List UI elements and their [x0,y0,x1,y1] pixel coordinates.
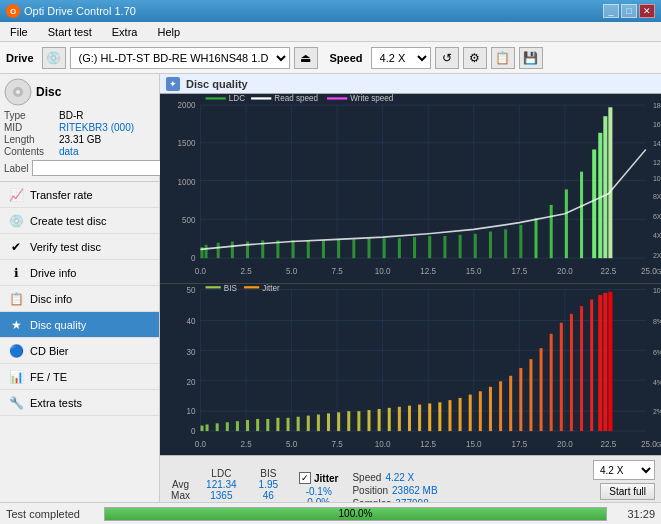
transfer-rate-label: Transfer rate [30,189,93,201]
svg-rect-129 [266,419,269,431]
svg-rect-128 [256,419,259,431]
svg-rect-125 [226,422,229,431]
refresh-button[interactable]: ↺ [435,47,459,69]
svg-text:7.5: 7.5 [331,265,343,275]
svg-rect-140 [378,409,381,431]
transfer-rate-icon: 📈 [8,187,24,203]
ldc-header: LDC [195,468,248,479]
cd-bier-label: CD Bier [30,345,69,357]
menu-file[interactable]: File [4,25,34,39]
svg-rect-138 [357,411,360,431]
svg-rect-62 [443,236,446,258]
svg-rect-142 [398,406,401,430]
time-text: 31:29 [615,508,655,520]
verify-test-disc-label: Verify test disc [30,241,101,253]
svg-rect-154 [519,368,522,431]
status-text: Test completed [6,508,96,520]
svg-text:12.5: 12.5 [420,265,436,275]
label-input[interactable] [32,160,165,176]
sidebar-item-transfer-rate[interactable]: 📈 Transfer rate [0,182,159,208]
svg-text:Jitter: Jitter [262,284,280,293]
settings-button[interactable]: ⚙ [463,47,487,69]
svg-text:10X: 10X [653,173,661,182]
svg-rect-141 [388,407,391,430]
content-area: ✦ Disc quality [160,74,661,524]
fe-te-icon: 📊 [8,369,24,385]
svg-text:2000: 2000 [177,100,195,110]
svg-text:40: 40 [186,315,195,325]
svg-rect-143 [408,405,411,430]
svg-rect-75 [608,107,612,258]
sidebar: Disc Type BD-R MID RITEKBR3 (000) Length… [0,74,160,524]
svg-rect-148 [459,397,462,430]
maximize-button[interactable]: □ [621,4,637,18]
svg-rect-63 [459,235,462,258]
svg-rect-59 [398,238,401,258]
svg-text:25.0: 25.0 [641,265,657,275]
disc-info-table: Type BD-R MID RITEKBR3 (000) Length 23.3… [4,110,155,177]
sidebar-item-disc-info[interactable]: 📋 Disc info [0,286,159,312]
svg-rect-70 [565,189,568,258]
disc-quality-header: ✦ Disc quality [160,74,661,94]
svg-text:10%: 10% [653,285,661,294]
progress-bar-text: 100.0% [105,508,606,520]
jitter-label: Jitter [314,473,338,484]
menu-start-test[interactable]: Start test [42,25,98,39]
sidebar-item-disc-quality[interactable]: ★ Disc quality [0,312,159,338]
svg-rect-153 [509,375,512,430]
copy-button[interactable]: 📋 [491,47,515,69]
svg-text:16X: 16X [653,120,661,129]
menu-help[interactable]: Help [151,25,186,39]
svg-text:0: 0 [191,426,196,436]
type-label: Type [4,110,59,121]
sidebar-item-cd-bier[interactable]: 🔵 CD Bier [0,338,159,364]
menu-extra[interactable]: Extra [106,25,144,39]
svg-text:6X: 6X [653,212,661,221]
sidebar-item-fe-te[interactable]: 📊 FE / TE [0,364,159,390]
speed-dropdown[interactable]: 4.2 X [593,460,655,480]
svg-rect-130 [276,417,279,430]
svg-rect-58 [383,238,386,258]
svg-text:2.5: 2.5 [240,438,252,448]
sidebar-item-create-test-disc[interactable]: 💿 Create test disc [0,208,159,234]
svg-text:GB: GB [656,266,661,275]
drive-select[interactable]: (G:) HL-DT-ST BD-RE WH16NS48 1.D3 [70,47,290,69]
title-bar: O Opti Drive Control 1.70 _ □ ✕ [0,0,661,22]
speed-select[interactable]: 4.2 X [371,47,431,69]
speed-value: 4.22 X [385,472,414,483]
sidebar-item-drive-info[interactable]: ℹ Drive info [0,260,159,286]
svg-text:500: 500 [182,214,196,224]
jitter-checkbox[interactable]: ✓ [299,472,311,484]
svg-text:15.0: 15.0 [466,265,482,275]
speed-label: Speed [330,52,363,64]
sidebar-item-verify-test-disc[interactable]: ✔ Verify test disc [0,234,159,260]
disc-info-icon: 📋 [8,291,24,307]
cd-bier-icon: 🔵 [8,343,24,359]
svg-rect-136 [337,412,340,431]
ldc-avg: 121.34 [195,479,248,490]
svg-text:1500: 1500 [177,138,195,148]
svg-rect-78 [251,97,271,99]
svg-text:GB: GB [656,439,661,448]
sidebar-item-extra-tests[interactable]: 🔧 Extra tests [0,390,159,416]
svg-rect-72 [592,149,596,258]
save-button[interactable]: 💾 [519,47,543,69]
chart-bis: 50 40 30 20 10 0 10% 8% 6% 4% 2% 0.0 2.5… [160,284,661,455]
svg-rect-76 [206,97,226,99]
svg-rect-48 [231,242,234,259]
close-button[interactable]: ✕ [639,4,655,18]
create-test-disc-icon: 💿 [8,213,24,229]
svg-rect-73 [598,133,602,258]
svg-rect-122 [200,425,203,431]
drive-icon-button[interactable]: 💿 [42,47,66,69]
start-full-button[interactable]: Start full [600,483,655,500]
svg-rect-67 [519,225,522,258]
eject-button[interactable]: ⏏ [294,47,318,69]
svg-text:30: 30 [186,346,195,356]
svg-rect-60 [413,237,416,258]
create-test-disc-label: Create test disc [30,215,106,227]
svg-rect-155 [529,359,532,431]
minimize-button[interactable]: _ [603,4,619,18]
svg-text:0.0: 0.0 [195,438,207,448]
svg-text:10: 10 [186,406,195,416]
